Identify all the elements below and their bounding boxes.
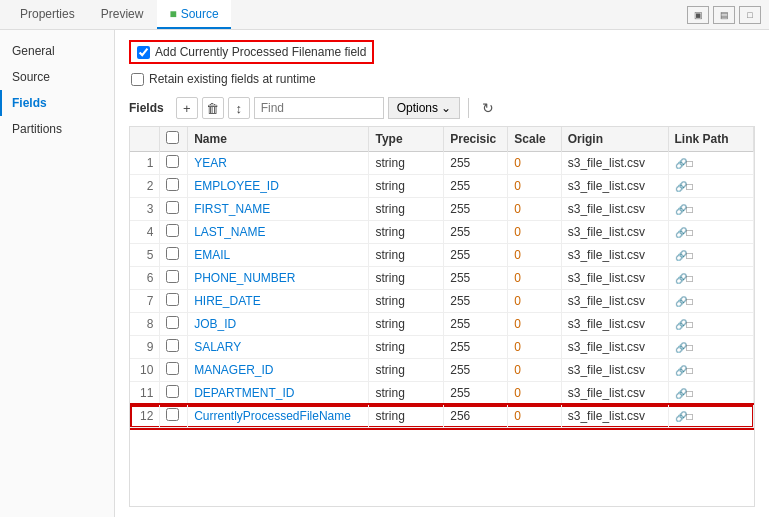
- retain-fields-label: Retain existing fields at runtime: [149, 72, 316, 86]
- row-origin: s3_file_list.csv: [561, 221, 668, 244]
- sidebar-item-source[interactable]: Source: [0, 64, 114, 90]
- row-check[interactable]: [160, 336, 188, 359]
- row-check[interactable]: [160, 221, 188, 244]
- row-origin: s3_file_list.csv: [561, 359, 668, 382]
- delete-icon: 🗑: [206, 101, 219, 116]
- close-button[interactable]: □: [739, 6, 761, 24]
- row-check[interactable]: [160, 267, 188, 290]
- row-type: string: [369, 267, 444, 290]
- row-scale: 0: [508, 267, 561, 290]
- row-precision: 255: [444, 382, 508, 405]
- col-num: [130, 127, 160, 152]
- row-precision: 255: [444, 359, 508, 382]
- link-icon[interactable]: 🔗□: [675, 411, 693, 422]
- tab-properties-label: Properties: [20, 7, 75, 21]
- row-precision: 255: [444, 290, 508, 313]
- row-link-path[interactable]: 🔗□: [668, 405, 754, 428]
- tab-source-label: Source: [181, 7, 219, 21]
- refresh-button[interactable]: ↻: [477, 97, 499, 119]
- tab-source[interactable]: ■ Source: [157, 0, 230, 29]
- row-link-path[interactable]: 🔗□: [668, 198, 754, 221]
- row-type: string: [369, 336, 444, 359]
- row-check[interactable]: [160, 290, 188, 313]
- link-icon[interactable]: 🔗□: [675, 181, 693, 192]
- row-num: 4: [130, 221, 160, 244]
- row-num: 3: [130, 198, 160, 221]
- link-icon[interactable]: 🔗□: [675, 296, 693, 307]
- link-icon[interactable]: 🔗□: [675, 388, 693, 399]
- sidebar-item-fields[interactable]: Fields: [0, 90, 114, 116]
- row-num: 5: [130, 244, 160, 267]
- toolbar-separator: [468, 98, 469, 118]
- table-row: 2 EMPLOYEE_ID string 255 0 s3_file_list.…: [130, 175, 754, 198]
- row-name: HIRE_DATE: [188, 290, 369, 313]
- add-icon: +: [183, 101, 191, 116]
- row-link-path[interactable]: 🔗□: [668, 244, 754, 267]
- table-row: 6 PHONE_NUMBER string 255 0 s3_file_list…: [130, 267, 754, 290]
- row-link-path[interactable]: 🔗□: [668, 313, 754, 336]
- row-link-path[interactable]: 🔗□: [668, 175, 754, 198]
- link-icon[interactable]: 🔗□: [675, 158, 693, 169]
- row-name: DEPARTMENT_ID: [188, 382, 369, 405]
- link-icon[interactable]: 🔗□: [675, 319, 693, 330]
- row-link-path[interactable]: 🔗□: [668, 290, 754, 313]
- row-scale: 0: [508, 244, 561, 267]
- find-input[interactable]: [254, 97, 384, 119]
- table-row: 8 JOB_ID string 255 0 s3_file_list.csv 🔗…: [130, 313, 754, 336]
- tab-preview-label: Preview: [101, 7, 144, 21]
- row-check[interactable]: [160, 405, 188, 428]
- add-field-button[interactable]: +: [176, 97, 198, 119]
- col-link-path: Link Path: [668, 127, 754, 152]
- tab-preview[interactable]: Preview: [89, 0, 156, 29]
- row-check[interactable]: [160, 313, 188, 336]
- add-filename-checkbox[interactable]: [137, 46, 150, 59]
- row-type: string: [369, 198, 444, 221]
- row-link-path[interactable]: 🔗□: [668, 336, 754, 359]
- sidebar-item-partitions[interactable]: Partitions: [0, 116, 114, 142]
- link-icon[interactable]: 🔗□: [675, 342, 693, 353]
- options-button[interactable]: Options ⌄: [388, 97, 460, 119]
- row-link-path[interactable]: 🔗□: [668, 221, 754, 244]
- row-precision: 255: [444, 336, 508, 359]
- row-link-path[interactable]: 🔗□: [668, 359, 754, 382]
- link-icon[interactable]: 🔗□: [675, 365, 693, 376]
- tab-properties[interactable]: Properties: [8, 0, 87, 29]
- checkbox-section: Add Currently Processed Filename field R…: [129, 40, 755, 88]
- row-scale: 0: [508, 290, 561, 313]
- minimize-button[interactable]: ▤: [713, 6, 735, 24]
- row-link-path[interactable]: 🔗□: [668, 382, 754, 405]
- row-name: EMAIL: [188, 244, 369, 267]
- row-origin: s3_file_list.csv: [561, 198, 668, 221]
- select-all-checkbox[interactable]: [166, 131, 179, 144]
- row-origin: s3_file_list.csv: [561, 152, 668, 175]
- delete-field-button[interactable]: 🗑: [202, 97, 224, 119]
- sidebar-general-label: General: [12, 44, 55, 58]
- row-link-path[interactable]: 🔗□: [668, 267, 754, 290]
- row-name: MANAGER_ID: [188, 359, 369, 382]
- row-origin: s3_file_list.csv: [561, 244, 668, 267]
- row-origin: s3_file_list.csv: [561, 336, 668, 359]
- col-scale: Scale: [508, 127, 561, 152]
- sidebar-item-general[interactable]: General: [0, 38, 114, 64]
- row-origin: s3_file_list.csv: [561, 267, 668, 290]
- restore-button[interactable]: ▣: [687, 6, 709, 24]
- row-check[interactable]: [160, 198, 188, 221]
- col-origin: Origin: [561, 127, 668, 152]
- row-scale: 0: [508, 198, 561, 221]
- link-icon[interactable]: 🔗□: [675, 204, 693, 215]
- table-body: 1 YEAR string 255 0 s3_file_list.csv 🔗□ …: [130, 152, 754, 428]
- row-check[interactable]: [160, 175, 188, 198]
- sort-button[interactable]: ↕: [228, 97, 250, 119]
- retain-fields-checkbox[interactable]: [131, 73, 144, 86]
- row-check[interactable]: [160, 244, 188, 267]
- link-icon[interactable]: 🔗□: [675, 227, 693, 238]
- row-origin: s3_file_list.csv: [561, 313, 668, 336]
- row-link-path[interactable]: 🔗□: [668, 152, 754, 175]
- link-icon[interactable]: 🔗□: [675, 250, 693, 261]
- row-check[interactable]: [160, 152, 188, 175]
- row-num: 10: [130, 359, 160, 382]
- row-check[interactable]: [160, 359, 188, 382]
- row-check[interactable]: [160, 382, 188, 405]
- link-icon[interactable]: 🔗□: [675, 273, 693, 284]
- row-num: 7: [130, 290, 160, 313]
